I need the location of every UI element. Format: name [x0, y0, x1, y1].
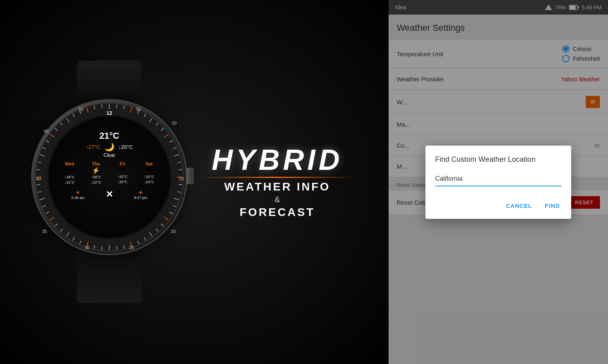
dialog-title: Find Custom Weather Location — [435, 155, 561, 164]
dialog-overlay[interactable]: Find Custom Weather Location CANCEL FIND — [389, 0, 608, 364]
location-input[interactable] — [435, 174, 561, 186]
left-panel: HYBRID WEATHER INFO & FORECAST — [0, 0, 389, 364]
high-temp: ↑27°C — [86, 144, 100, 150]
cancel-icon: ✕ — [106, 189, 113, 200]
low-temp: ↓20°C — [119, 144, 133, 150]
svg-line-16 — [179, 169, 182, 170]
svg-text:15: 15 — [179, 176, 184, 181]
current-temp: 21°C — [99, 131, 119, 141]
watch-case: 12 10 15 20 25 30 35 40 45 50 55 TAG HEU… — [32, 100, 186, 252]
svg-text:55: 55 — [136, 107, 141, 112]
find-button[interactable]: FIND — [543, 199, 561, 212]
temp-range-row: ↑27°C 🌙 ↓20°C — [86, 142, 133, 152]
svg-text:10: 10 — [172, 121, 176, 125]
moon-icon: 🌙 — [104, 142, 115, 152]
sunset-info: ☀ 8:27 pm — [134, 189, 147, 200]
sunset-time: 8:27 pm — [134, 196, 147, 200]
svg-text:45: 45 — [44, 129, 49, 133]
hybrid-and: & — [198, 195, 356, 204]
svg-text:30: 30 — [85, 245, 89, 250]
svg-text:35: 35 — [42, 229, 47, 234]
watch-band-bottom — [77, 252, 142, 303]
dialog-buttons: CANCEL FIND — [435, 196, 561, 212]
hybrid-text-block: HYBRID WEATHER INFO & FORECAST — [198, 145, 356, 219]
right-panel: Idea 76% 5:45 PM Weather Settings Temper… — [389, 0, 608, 364]
watch-face: 21°C ↑27°C 🌙 ↓20°C Clear Wed ☀ ↑28°C↓21°… — [49, 116, 170, 238]
cancel-button[interactable]: CANCEL — [504, 199, 534, 212]
svg-text:12: 12 — [106, 110, 112, 116]
svg-line-18 — [179, 184, 182, 185]
forecast-day-thu: Thu ⚡ ↑28°C↓22°C — [83, 161, 109, 185]
weather-condition: Clear — [104, 152, 115, 158]
svg-text:50: 50 — [79, 107, 83, 112]
dialog-box: Find Custom Weather Location CANCEL FIND — [425, 146, 571, 219]
watch-crown — [186, 168, 193, 184]
hybrid-title: HYBRID — [198, 145, 356, 174]
svg-line-3 — [117, 104, 117, 108]
svg-text:25: 25 — [129, 245, 134, 250]
svg-line-48 — [36, 169, 40, 170]
hybrid-subtitle: WEATHER INFO — [198, 180, 356, 193]
forecast-day-fri: Fri ⛈ ↑32°C↓25°C — [110, 161, 136, 185]
svg-line-61 — [102, 104, 102, 108]
hybrid-forecast: FORECAST — [198, 206, 356, 219]
forecast-day-sat: Sat 🌧 ↑31°C↓24°C — [136, 161, 162, 185]
svg-text:20: 20 — [171, 229, 176, 234]
forecast-grid: Wed ☀ ↑28°C↓21°C Thu ⚡ ↑28°C↓22°C Fri ⛈ … — [57, 161, 162, 185]
watch-band-top — [77, 61, 142, 100]
svg-text:40: 40 — [36, 176, 41, 181]
svg-line-31 — [117, 246, 117, 250]
forecast-day-wed: Wed ☀ ↑28°C↓21°C — [57, 161, 83, 185]
svg-line-33 — [102, 246, 102, 250]
watch-container: 12 10 15 20 25 30 35 40 45 50 55 TAG HEU… — [24, 61, 194, 303]
sunrise-info: ☀ 5:36 am — [71, 189, 85, 200]
hybrid-line — [198, 177, 356, 178]
watch-bottom-row: ☀ 5:36 am ✕ ☀ 8:27 pm — [61, 189, 158, 200]
svg-line-46 — [36, 184, 40, 185]
sunrise-time: 5:36 am — [71, 196, 85, 200]
